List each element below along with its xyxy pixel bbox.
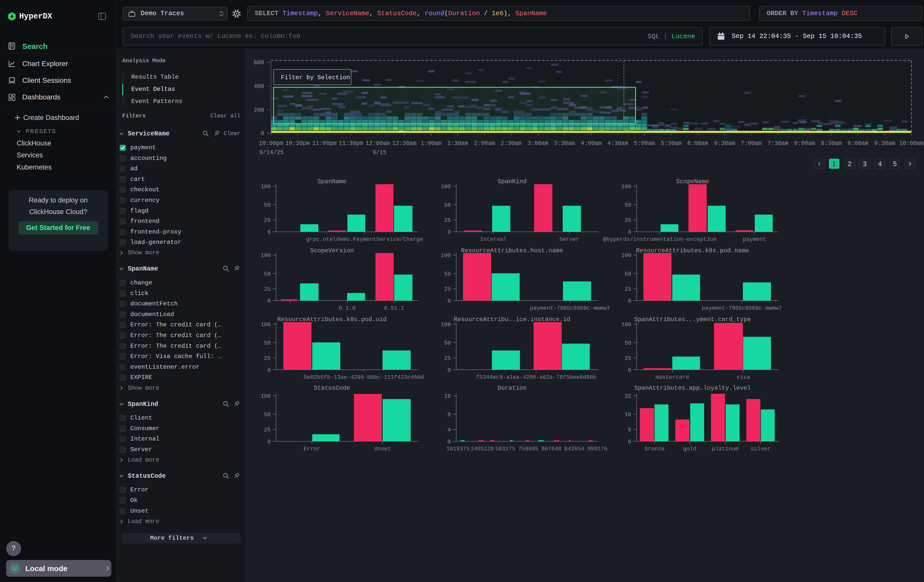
svg-text:16: 16	[444, 393, 451, 399]
svg-text:ScopeName: ScopeName	[676, 178, 709, 185]
svg-text:SpanName: SpanName	[317, 178, 346, 185]
svg-text:25: 25	[444, 355, 451, 362]
svg-text:100: 100	[261, 184, 271, 190]
svg-text:100: 100	[621, 322, 631, 328]
svg-text:Unset: Unset	[374, 446, 391, 452]
svg-text:25: 25	[264, 355, 271, 362]
svg-text:50: 50	[444, 202, 451, 208]
svg-text:payment: payment	[743, 236, 766, 243]
svg-text:0: 0	[628, 367, 631, 374]
svg-text:ResourceAttributes.k8s.pod.uid: ResourceAttributes.k8s.pod.uid	[277, 316, 387, 323]
svg-text:StatusCode: StatusCode	[314, 385, 350, 391]
svg-text:0: 0	[447, 298, 451, 304]
svg-text:4: 4	[447, 427, 451, 433]
svg-text:50: 50	[264, 202, 271, 208]
svg-text:8: 8	[628, 427, 631, 433]
svg-text:Duration: Duration	[497, 385, 526, 391]
svg-text:25: 25	[625, 355, 631, 362]
svg-text:25: 25	[264, 218, 271, 224]
svg-text:50: 50	[264, 412, 271, 418]
svg-text:mastercard: mastercard	[655, 374, 689, 381]
svg-text:SpanAttributes.app.loyalty.lev: SpanAttributes.app.loyalty.level	[634, 385, 751, 391]
svg-text:25: 25	[625, 218, 631, 224]
svg-text:bronze: bronze	[644, 446, 664, 452]
svg-text:25: 25	[625, 286, 631, 292]
svg-text:0: 0	[628, 229, 631, 236]
svg-text:50: 50	[264, 271, 271, 277]
svg-text:100: 100	[261, 252, 271, 259]
svg-text:100: 100	[261, 322, 271, 328]
svg-text:100: 100	[441, 322, 451, 328]
svg-text:grpc.oteldemo.PaymentService/C: grpc.oteldemo.PaymentService/Charge	[306, 236, 423, 243]
svg-text:SpanKind: SpanKind	[497, 178, 526, 185]
svg-text:f5344ec9-a1ea-4290-a62a-78f5be: f5344ec9-a1ea-4290-a62a-78f5bee8d90b	[476, 374, 596, 381]
svg-text:583275: 583275	[495, 446, 515, 452]
svg-text:payment-7985c8969c-mwmw7: payment-7985c8969c-mwmw7	[530, 305, 610, 312]
svg-text:platinum: platinum	[712, 446, 739, 452]
svg-text:ResourceAttribu..ice.instance.: ResourceAttribu..ice.instance.id	[454, 316, 571, 323]
svg-text:100: 100	[441, 252, 451, 259]
svg-text:25: 25	[444, 218, 451, 224]
svg-text:0: 0	[447, 439, 451, 445]
svg-text:50: 50	[625, 271, 631, 277]
svg-text:100: 100	[621, 252, 631, 259]
svg-text:Server: Server	[559, 236, 579, 243]
svg-text:50: 50	[625, 340, 631, 346]
svg-text:0: 0	[267, 229, 271, 236]
svg-text:visa: visa	[736, 374, 750, 381]
svg-text:5e02b5fb-13ae-4296-bbbc-111f42: 5e02b5fb-13ae-4296-bbbc-111f423c460d	[304, 374, 424, 381]
svg-text:ResourceAttributes.k8s.pod.nam: ResourceAttributes.k8s.pod.name	[636, 247, 749, 254]
svg-text:Internal: Internal	[480, 236, 507, 243]
svg-text:807648: 807648	[541, 446, 561, 452]
svg-text:100: 100	[441, 184, 451, 190]
svg-text:32: 32	[625, 393, 631, 399]
svg-text:50: 50	[444, 340, 451, 346]
svg-text:50: 50	[444, 271, 451, 277]
svg-text:0: 0	[267, 367, 271, 374]
svg-text:50: 50	[264, 340, 271, 346]
svg-text:silver: silver	[751, 446, 771, 452]
svg-text:50: 50	[625, 202, 631, 208]
svg-text:25: 25	[264, 427, 271, 433]
svg-text:ScopeVersion: ScopeVersion	[310, 247, 354, 254]
svg-text:0: 0	[447, 229, 451, 236]
svg-text:0: 0	[628, 298, 631, 304]
svg-text:1019375: 1019375	[446, 446, 470, 452]
svg-text:0: 0	[628, 439, 631, 445]
svg-text:25: 25	[264, 286, 271, 292]
svg-text:0: 0	[267, 439, 271, 445]
svg-text:gold: gold	[683, 446, 696, 452]
svg-text:0: 0	[447, 367, 451, 374]
svg-text:0.51.1: 0.51.1	[384, 305, 404, 312]
svg-text:759085: 759085	[518, 446, 538, 452]
svg-text:100: 100	[621, 184, 631, 190]
svg-text:Error: Error	[304, 446, 320, 452]
svg-text:999176: 999176	[587, 446, 607, 452]
svg-text:25: 25	[444, 286, 451, 292]
svg-text:@hyperdx/instrumentation-excep: @hyperdx/instrumentation-exception	[603, 236, 717, 243]
svg-text:1405128: 1405128	[470, 446, 494, 452]
svg-text:0.1.0: 0.1.0	[339, 305, 355, 312]
svg-text:SpanAttributes...yment.card_ty: SpanAttributes...yment.card_type	[634, 316, 751, 323]
svg-text:16: 16	[625, 412, 631, 418]
svg-text:0: 0	[267, 298, 271, 304]
svg-text:ResourceAttributes.host.name: ResourceAttributes.host.name	[461, 247, 563, 254]
svg-text:842654: 842654	[564, 446, 584, 452]
svg-text:8: 8	[447, 412, 451, 418]
svg-text:payment-7985c8969c-mwmw7: payment-7985c8969c-mwmw7	[702, 305, 782, 312]
svg-text:100: 100	[261, 393, 271, 399]
